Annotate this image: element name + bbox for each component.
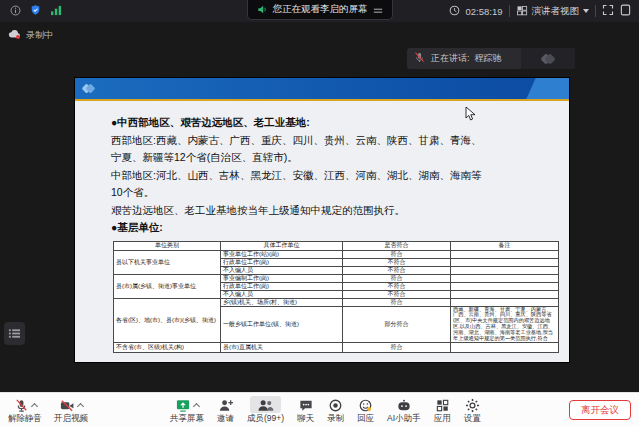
apps-button[interactable]: 应用 <box>434 396 451 423</box>
table-cell: 符合 <box>343 298 451 306</box>
table-cell-unit: 县以下机关事业单位 <box>114 250 221 274</box>
table-cell: 事业编制工作(岗) <box>221 274 343 282</box>
layout-grid-icon <box>516 5 528 18</box>
meeting-list-toggle-button[interactable] <box>4 322 25 345</box>
chat-label: 聊天 <box>297 413 314 423</box>
table-header-row: 单位类别 具体工作单位 是否符合 备注 <box>114 241 559 250</box>
members-icon <box>257 398 274 413</box>
watching-screen-text: 您正在观看李启的屏幕 <box>273 3 368 16</box>
apps-grid-icon <box>435 398 450 413</box>
settings-button[interactable]: 设置 <box>464 396 481 423</box>
slide-text-west-1: 西部地区:西藏、内蒙古、广西、重庆、四川、贵州、云南、陕西、甘肃、青海、 <box>111 132 559 150</box>
slide-text-west-2: 宁夏、新疆等12个省(自治区、直辖市)。 <box>111 149 559 167</box>
table-row: 县(市)属(乡镇、街道)事业单位 事业编制工作(岗) 符合 <box>114 274 559 282</box>
speaker-name: 程踪驰 <box>475 52 502 65</box>
ai-assistant-label: AI小助手 <box>387 413 421 423</box>
members-button[interactable]: 成员(99+) <box>247 396 284 423</box>
table-cell <box>451 282 559 290</box>
table-cell-unit: 不含省(市、区级)机关(构) <box>114 342 221 352</box>
top-bar-left <box>0 2 63 20</box>
mouse-cursor-icon <box>465 106 477 126</box>
record-icon <box>328 398 343 413</box>
table-row: 各省(区)、地(市)、县(市)(乡镇、街道) 乡(镇)机关、场所(村、街道) 符… <box>114 298 559 306</box>
top-bar: 您正在观看李启的屏幕 02:58:19 演讲者视图 <box>0 0 639 22</box>
chat-bubble-icon <box>298 398 314 413</box>
mic-muted-icon <box>14 398 29 413</box>
slide-text-hardship: 艰苦边远地区、老工业基地按当年上级通知中规定的范围执行。 <box>111 202 559 220</box>
settings-label: 设置 <box>464 413 481 423</box>
table-cell-unit: 各省(区)、地(市)、县(市)(乡镇、街道) <box>114 298 221 342</box>
top-bar-right: 02:58:19 演讲者视图 <box>449 2 639 20</box>
table-cell: 行政单位工作(岗) <box>221 258 343 266</box>
start-video-label: 开启视频 <box>54 413 88 423</box>
table-cell <box>451 258 559 266</box>
table-cell: 不入编人员 <box>221 290 343 298</box>
table-row: 县以下机关事业单位 事业单位工作(站)(岗) 符合 <box>114 250 559 258</box>
invite-person-icon <box>218 398 234 413</box>
fullscreen-icon[interactable] <box>602 2 614 20</box>
table-cell: 不符合 <box>343 290 451 298</box>
share-screen-button[interactable]: 共享屏幕 <box>170 396 204 423</box>
table-cell: 乡(镇)机关、场所(村、街道) <box>221 298 343 306</box>
reaction-smiley-icon <box>358 398 373 413</box>
slide-bullet-grassroots: ●基层单位: <box>111 219 559 237</box>
start-video-button[interactable]: 开启视频 <box>54 396 88 423</box>
table-cell: 一般乡镇工作单位(镇、街道) <box>221 306 343 342</box>
table-cell: 符合 <box>343 274 451 282</box>
table-cell-unit: 县(市)属(乡镇、街道)事业单位 <box>114 274 221 298</box>
mic-options-chevron-icon[interactable] <box>30 403 37 410</box>
record-button[interactable]: 录制 <box>327 396 344 423</box>
ai-assistant-button[interactable]: AI小助手 <box>387 396 421 423</box>
video-options-chevron-icon[interactable] <box>77 403 84 410</box>
slide-bullet-regions: ●中西部地区、艰苦边远地区、老工业基地: <box>111 114 559 132</box>
recording-label: 录制中 <box>26 29 53 42</box>
toolbar-center-group: 共享屏幕 邀请 成员(99+) 聊天 录制 回应 <box>170 396 481 423</box>
watching-screen-banner[interactable]: 您正在观看李启的屏幕 <box>247 0 393 20</box>
view-mode-switcher[interactable]: 演讲者视图 <box>516 5 590 18</box>
presentation-stage: 录制中 正在讲话: 程踪驰 ●中西部地区、艰苦边远地区、老工业基地: 西部地区:… <box>0 22 639 392</box>
table-cell: 符合 <box>343 250 451 258</box>
recording-indicator: 录制中 <box>8 28 53 42</box>
chat-button[interactable]: 聊天 <box>297 396 314 423</box>
table-header-cell: 具体工作单位 <box>221 241 343 250</box>
view-mode-label: 演讲者视图 <box>532 5 580 18</box>
meeting-window: 您正在观看李启的屏幕 02:58:19 演讲者视图 录制中 正在讲话: 程 <box>0 0 639 426</box>
share-screen-label: 共享屏幕 <box>170 413 204 423</box>
table-cell: 行政单位工作(岗) <box>221 282 343 290</box>
table-header-cell: 备注 <box>451 241 559 250</box>
encryption-shield-icon[interactable] <box>30 2 41 20</box>
table-cell <box>451 298 559 306</box>
share-options-chevron-icon[interactable] <box>193 403 200 410</box>
table-cell: 不符合 <box>343 258 451 266</box>
table-cell: 不符合 <box>343 282 451 290</box>
floating-window-icon[interactable] <box>620 2 631 20</box>
reactions-button[interactable]: 回应 <box>357 396 374 423</box>
mic-muted-icon <box>413 50 426 68</box>
table-cell <box>451 250 559 258</box>
banner-options-icon[interactable] <box>373 1 383 19</box>
table-cell: 不符合 <box>343 266 451 274</box>
table-cell <box>451 290 559 298</box>
divider <box>595 5 596 17</box>
apps-label: 应用 <box>434 413 451 423</box>
toolbar-left-group: 解除静音 开启视频 <box>8 396 88 423</box>
table-header-cell: 是否符合 <box>343 241 451 250</box>
audio-speaker-icon <box>257 1 268 19</box>
table-cell: 符合 <box>343 342 451 352</box>
unmute-label: 解除静音 <box>8 413 42 423</box>
invite-button[interactable]: 邀请 <box>217 396 234 423</box>
table-cell <box>451 342 559 352</box>
table-cell <box>451 266 559 274</box>
chevron-down-icon <box>583 9 589 13</box>
speaking-label: 正在讲话: <box>431 52 470 65</box>
table-row: 不含省(市、区级)机关(构) 县(市)直属机关 符合 <box>114 342 559 352</box>
table-cell: 不入编人员 <box>221 266 343 274</box>
slide-text-central-2: 10个省。 <box>111 184 559 202</box>
unmute-button[interactable]: 解除静音 <box>8 396 42 423</box>
leave-meeting-button[interactable]: 离开会议 <box>569 400 631 420</box>
meeting-info-icon[interactable] <box>10 2 21 20</box>
gear-icon <box>465 398 480 413</box>
speaker-video-thumbnail[interactable] <box>521 48 575 69</box>
divider <box>509 5 510 17</box>
active-speaker-bar[interactable]: 正在讲话: 程踪驰 <box>407 48 575 69</box>
